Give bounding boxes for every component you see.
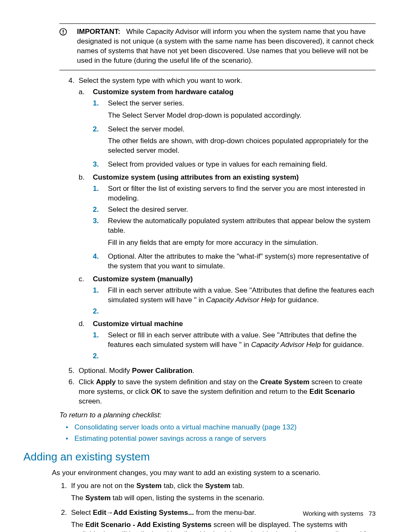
step-text: Optional. Alter the attributes to make t… [108,252,368,270]
step-6: 6. Click Apply to save the system defini… [59,378,376,406]
step-marker: 1. [52,481,71,506]
step-text: Fill in any fields that are empty for mo… [108,238,376,248]
alpha-marker: c. [79,275,93,319]
ui-label: OK [151,388,162,396]
link-power-savings[interactable]: Estimating potential power savings acros… [74,434,266,444]
subheading: Customize virtual machine [93,320,183,328]
num-marker: 2. [93,205,108,215]
ui-label: System [205,482,230,490]
step-text: Select the server model. [108,125,184,133]
alpha-marker: a. [79,87,93,172]
svg-rect-2 [63,33,64,34]
important-text: IMPORTANT: While Capacity Advisor will i… [77,27,376,66]
checklist-link: • Consolidating server loads onto a virt… [59,423,376,432]
step-4a: a. Customize system from hardware catalo… [79,87,376,172]
step-text: from the menu-bar. [194,509,256,517]
step-marker: 4. [59,76,79,365]
num-marker: 1. [93,286,108,305]
num-marker: 2. [93,307,108,316]
link-consolidating[interactable]: Consolidating server loads onto a virtua… [74,423,297,432]
step-text: The other fields are shown, with drop-do… [108,136,376,156]
important-label: IMPORTANT: [77,28,120,36]
step-text: for guidance. [321,341,364,349]
step-4d: d. Customize virtual machine 1. Select o… [79,319,376,364]
ui-label: Edit Scenario - Add Existing Systems [85,521,212,529]
checklist-link: • Estimating potential power savings acr… [59,434,376,444]
step-text: Review the automatically populated syste… [108,217,370,234]
step-4: 4. Select the system type with which you… [59,76,376,365]
ui-label: System [136,482,161,490]
step-text: to save the system definition and return… [161,388,309,396]
ui-label: Edit [93,509,106,517]
step-text: Sort or filter the list of existing serv… [108,185,365,202]
step-4c: c. Customize system (manually) 1. Fill i… [79,275,376,319]
intro-text: As your environment changes, you may wan… [52,468,376,478]
important-body: While Capacity Advisor will inform you w… [77,28,374,64]
step-text: for guidance. [276,296,319,304]
alpha-marker: b. [79,173,93,273]
step-text: Select from provided values or type in v… [108,160,327,168]
step-text: The Select Server Model drop-down is pop… [108,111,376,121]
step-marker: 6. [59,378,79,406]
section-body: As your environment changes, you may wan… [52,468,376,532]
citation: Capacity Advisor Help [251,341,321,349]
ui-label: Apply [96,378,116,386]
step-text: . [192,367,194,375]
step-text: If you are not on the [71,482,136,490]
ui-label: Power Calibration [132,367,193,375]
ui-label: Add Existing Systems... [113,509,194,517]
step-text: tab. [230,482,244,490]
step-5: 5. Optional. Modify Power Calibration. [59,366,376,376]
step-text: Select the desired server. [108,206,188,213]
step-text: tab, click the [161,482,205,490]
step-text: Select the system type with which you wa… [79,77,242,85]
footer-label: Working with systems [303,510,363,517]
step-marker: 5. [59,366,79,376]
important-icon [59,27,77,66]
num-marker: 3. [93,216,108,250]
citation: Capacity Advisor Help [206,296,276,304]
num-marker: 1. [93,184,108,203]
ui-label: System [85,494,110,502]
num-marker: 2. [93,125,108,159]
page-number: 73 [368,510,376,517]
step-text: screen. [79,397,102,405]
step-marker: 2. [52,508,71,532]
bullet-icon: • [59,423,74,432]
step-text: The [71,494,85,502]
section-heading: Adding an existing system [23,450,376,464]
bullet-icon: • [59,434,74,444]
subheading: Customize system (using attributes from … [93,173,299,181]
step-text: Click [79,378,96,386]
important-note: IMPORTANT: While Capacity Advisor will i… [59,23,376,70]
checklist-title: To return to a planning checklist: [59,411,376,420]
step-4b: b. Customize system (using attributes fr… [79,173,376,273]
main-content: 4. Select the system type with which you… [59,76,376,444]
step-text: Optional. Modify [79,367,132,375]
num-marker: 3. [93,160,108,170]
step-text: The [71,521,85,529]
svg-rect-1 [63,30,64,33]
step-text: to save the system definition and stay o… [116,378,260,386]
num-marker: 4. [93,252,108,271]
ui-label: Create System [260,378,309,386]
alpha-marker: d. [79,319,93,364]
subheading: Customize system (manually) [93,275,193,283]
num-marker: 2. [93,352,108,361]
subheading: Customize system from hardware catalog [93,88,233,96]
num-marker: 1. [93,331,108,350]
section-step-1: 1. If you are not on the System tab, cli… [52,481,376,506]
step-text: Select [71,509,93,517]
page: IMPORTANT: While Capacity Advisor will i… [0,0,399,532]
num-marker: 1. [93,99,108,123]
page-footer: Working with systems 73 [303,509,376,518]
ui-label: Edit Scenario [309,388,355,396]
arrow-icon: → [106,509,113,517]
step-text: Select the server series. [108,99,184,107]
step-text: tab will open, listing the systems in th… [111,494,265,502]
